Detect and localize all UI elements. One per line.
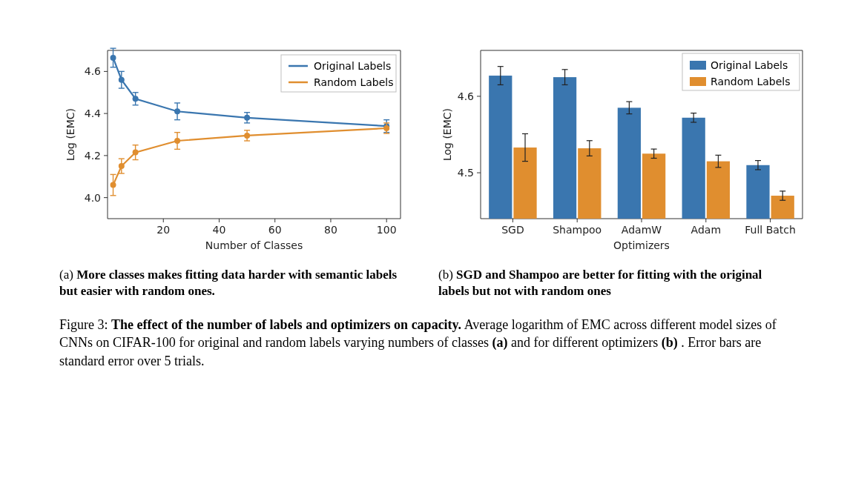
subcaption-b-text: SGD and Shampoo are better for fitting w… — [438, 268, 762, 298]
svg-text:Optimizers: Optimizers — [613, 239, 670, 251]
svg-rect-140 — [690, 77, 706, 86]
svg-text:4.6: 4.6 — [85, 65, 101, 77]
svg-point-35 — [133, 96, 139, 102]
subcaption-a-tag: (a) — [59, 268, 73, 282]
svg-text:4.0: 4.0 — [85, 192, 101, 204]
svg-text:80: 80 — [324, 224, 337, 236]
svg-point-71 — [383, 125, 389, 131]
svg-rect-97 — [489, 76, 512, 219]
svg-text:100: 100 — [377, 224, 397, 236]
svg-text:4.2: 4.2 — [85, 150, 101, 162]
svg-text:Random Labels: Random Labels — [711, 76, 790, 87]
caption-title: The effect of the number of labels and o… — [111, 317, 461, 332]
svg-rect-125 — [642, 153, 665, 219]
svg-rect-113 — [746, 165, 769, 219]
subcaption-a-text: More classes makes fitting data harder w… — [59, 268, 397, 298]
svg-rect-101 — [553, 77, 576, 219]
caption-ref-a: (a) — [492, 335, 508, 350]
svg-point-63 — [174, 138, 180, 144]
figure-caption: Figure 3: The effect of the number of la… — [59, 316, 795, 370]
svg-rect-138 — [690, 61, 706, 70]
bar-chart-svg: 4.54.6SGDShampooAdamWAdamFull BatchOptim… — [438, 37, 808, 252]
svg-text:40: 40 — [213, 224, 226, 236]
svg-rect-105 — [618, 107, 641, 219]
svg-point-43 — [244, 115, 250, 121]
svg-point-39 — [174, 108, 180, 114]
svg-text:4.4: 4.4 — [85, 107, 101, 119]
svg-point-51 — [111, 182, 116, 188]
subcaption-b: (b) SGD and Shampoo are better for fitti… — [438, 267, 795, 299]
svg-point-67 — [244, 133, 250, 139]
svg-text:Full Batch: Full Batch — [745, 224, 796, 236]
svg-text:AdamW: AdamW — [622, 224, 662, 236]
svg-text:Random Labels: Random Labels — [314, 76, 393, 88]
svg-rect-109 — [682, 118, 705, 219]
svg-text:20: 20 — [156, 224, 170, 236]
svg-text:Original Labels: Original Labels — [711, 59, 788, 71]
svg-text:SGD: SGD — [501, 224, 524, 236]
svg-text:Adam: Adam — [691, 224, 721, 236]
svg-text:Shampoo: Shampoo — [553, 224, 602, 236]
svg-point-55 — [119, 163, 125, 169]
svg-point-59 — [133, 150, 139, 156]
svg-rect-121 — [578, 148, 601, 219]
line-chart: 4.04.24.44.620406080100Number of Classes… — [59, 37, 408, 252]
caption-ref-b: (b) — [662, 335, 678, 350]
panel-b: 4.54.6SGDShampooAdamWAdamFull BatchOptim… — [438, 37, 808, 252]
figure-container: 4.04.24.44.620406080100Number of Classes… — [0, 0, 847, 504]
subcaption-b-tag: (b) — [438, 268, 453, 282]
figure-label: Figure 3: — [59, 317, 108, 332]
charts-row: 4.04.24.44.620406080100Number of Classes… — [59, 37, 795, 252]
panel-a: 4.04.24.44.620406080100Number of Classes… — [59, 37, 408, 252]
subcaption-row: (a) More classes makes fitting data hard… — [59, 267, 795, 299]
svg-point-27 — [111, 55, 116, 61]
svg-text:Number of Classes: Number of Classes — [205, 239, 303, 251]
svg-text:Original Labels: Original Labels — [314, 60, 391, 72]
svg-text:4.5: 4.5 — [458, 167, 474, 179]
caption-body-2: and for different optimizers — [511, 335, 662, 350]
bar-chart: 4.54.6SGDShampooAdamWAdamFull BatchOptim… — [438, 37, 808, 252]
subcaption-a: (a) More classes makes fitting data hard… — [59, 267, 416, 299]
svg-rect-129 — [707, 162, 730, 219]
svg-text:4.6: 4.6 — [458, 90, 474, 102]
svg-text:Log (EMC): Log (EMC) — [65, 108, 76, 161]
svg-text:Log (EMC): Log (EMC) — [441, 108, 453, 161]
svg-text:60: 60 — [268, 224, 282, 236]
line-chart-svg: 4.04.24.44.620406080100Number of Classes… — [59, 37, 408, 252]
svg-point-31 — [119, 77, 125, 83]
